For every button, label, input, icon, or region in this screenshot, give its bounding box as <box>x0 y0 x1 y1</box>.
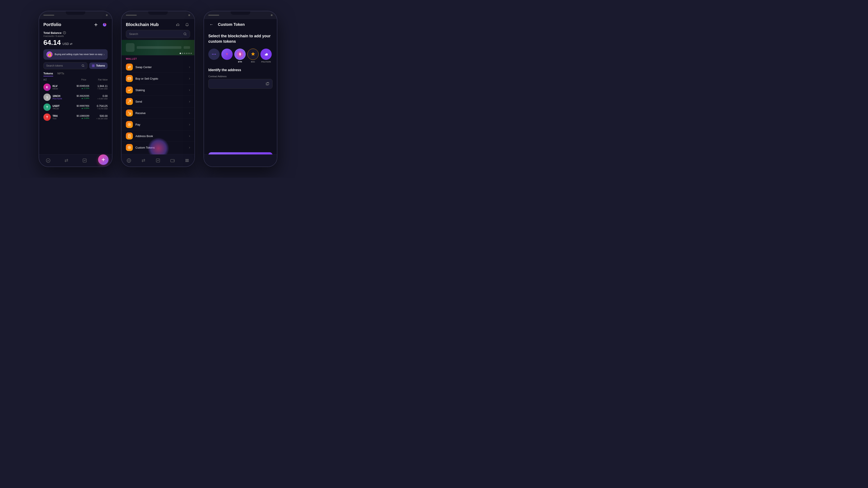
nav-chart[interactable] <box>82 158 87 163</box>
tab-nfts[interactable]: NFTs <box>58 72 64 76</box>
promo-text: Buying and selling crypto has never been… <box>55 53 102 56</box>
token-name: 1INCH <box>53 95 71 98</box>
token-name: KLV <box>53 85 71 88</box>
menu-icon-0 <box>126 64 133 70</box>
token-price: $0.10869289 ▲ 3.43% <box>71 115 89 119</box>
status-pill-3 <box>208 15 219 15</box>
dot-1 <box>180 53 181 54</box>
menu-icon-3 <box>126 98 133 105</box>
hub-search[interactable]: Search <box>126 30 190 38</box>
promo-banner[interactable]: 💰 Buying and selling crypto has never be… <box>43 49 107 60</box>
hub-carousel <box>122 40 194 56</box>
menu-item-pay[interactable]: Pay › <box>122 119 194 130</box>
menu-item-send[interactable]: Send › <box>122 96 194 107</box>
price-change: ▲ 2.71% <box>71 87 89 89</box>
headphone-icon[interactable] <box>175 22 181 28</box>
hub-title: Blockchain Hub <box>126 22 159 27</box>
hub-screen: Blockchain Hub Search <box>122 19 194 155</box>
bell-icon[interactable] <box>184 22 190 28</box>
status-bar <box>39 11 112 19</box>
nav-menu[interactable] <box>185 158 189 163</box>
svg-point-18 <box>215 54 216 55</box>
identify-title: Identify the address <box>208 68 273 72</box>
bottom-nav <box>39 155 112 167</box>
chain-item-bsc[interactable]: BSC <box>247 48 259 63</box>
promo-content: 💰 Buying and selling crypto has never be… <box>46 52 102 58</box>
token-row[interactable]: T USDT TRC20 $0.99997856 ▲ 0.03% 0.75412… <box>39 102 112 112</box>
notch <box>66 11 85 15</box>
phone-portfolio: Portfolio Total Balance <box>39 11 113 167</box>
price-usd: $0.00465436 <box>71 85 89 87</box>
back-button[interactable]: ← <box>208 22 214 28</box>
menu-icon-5 <box>126 121 133 128</box>
nav-globe-2[interactable] <box>126 158 131 163</box>
tokens-btn-label: Tokens <box>96 64 105 67</box>
menu-label: Address Book <box>135 134 189 138</box>
chain-icon-bsc <box>247 48 259 60</box>
dot-3 <box>184 53 185 54</box>
token-value: 1,944.11 ≈ 9.04 USD <box>89 85 107 90</box>
nav-chart-2[interactable] <box>156 158 160 163</box>
token-icon: 1 <box>43 94 51 101</box>
token-row[interactable]: 1 1INCH POLYGON $0.36626095 ▲ 2.24% 0.00… <box>39 92 112 102</box>
menu-label: Pay <box>135 123 189 126</box>
dot-6 <box>190 53 192 54</box>
blockchain-selector: R ETH <box>208 48 273 63</box>
nav-home[interactable] <box>46 158 51 163</box>
add-button[interactable] <box>93 22 99 28</box>
menu-item-custom-tokens[interactable]: Custom Tokens › <box>122 142 194 153</box>
token-search-input[interactable]: Search tokens <box>43 62 88 69</box>
price-usd: $0.10869289 <box>71 115 89 117</box>
svg-point-17 <box>214 54 214 55</box>
token-info: 1INCH POLYGON <box>53 95 71 100</box>
token-sub: TRC20 <box>53 107 71 110</box>
menu-arrow-icon: › <box>189 100 190 103</box>
nav-wallet-2[interactable] <box>170 158 175 163</box>
col-price: Price <box>65 78 86 81</box>
custom-token-content: Select the blockchain to add your custom… <box>204 30 277 149</box>
nav-swap-2[interactable] <box>141 158 146 163</box>
token-row[interactable]: K KLV Klever $0.00465436 ▲ 2.71% 1,944.1… <box>39 82 112 92</box>
menu-item-swap-center[interactable]: Swap Center › <box>122 61 194 73</box>
chain-item-prev[interactable]: R <box>221 48 232 63</box>
chain-item-dots[interactable] <box>208 48 220 63</box>
nav-swap[interactable] <box>64 158 69 163</box>
chain-item-polygon[interactable]: POLYGON <box>260 48 272 63</box>
balance-amount: 64.14 USD ⇄ <box>43 39 107 46</box>
menu-item-staking[interactable]: Staking › <box>122 85 194 96</box>
menu-label: Swap Center <box>135 65 189 69</box>
tokens-filter-button[interactable]: Tokens <box>89 62 107 69</box>
menu-item-buy-or-sell-crypto[interactable]: Buy or Sell Crypto › <box>122 73 194 85</box>
token-sub: Klever <box>53 88 71 90</box>
contract-address-input[interactable] <box>208 79 273 89</box>
search-bar: Search tokens Tokens <box>43 62 107 69</box>
token-info: KLV Klever <box>53 85 71 90</box>
hub-menu: Swap Center › Buy or Sell Crypto › Staki… <box>122 61 194 154</box>
fab-button[interactable] <box>98 155 108 165</box>
balance-currency: USD ⇄ <box>62 42 72 45</box>
dot-2 <box>182 53 183 54</box>
menu-icon-7 <box>126 144 133 151</box>
chain-item-eth[interactable]: ETH <box>235 48 246 63</box>
token-sub: Tron <box>53 118 71 120</box>
menu-arrow-icon: › <box>189 111 190 115</box>
status-pill-2 <box>126 15 137 15</box>
token-value: 0.754125 ≈ 0.75 USD <box>89 104 107 110</box>
value-usd: = 0.00 USD <box>89 98 107 100</box>
menu-icon-4 <box>126 109 133 117</box>
pie-chart-icon[interactable] <box>101 22 107 28</box>
token-info: USDT TRC20 <box>53 104 71 110</box>
value-amount: 1,944.11 <box>89 85 107 88</box>
token-row[interactable]: T TRX Tron $0.10869289 ▲ 3.43% 500.00 ≈ … <box>39 112 112 122</box>
tab-tokens[interactable]: Tokens <box>43 72 53 76</box>
col-fiat: Fiat Value <box>86 78 107 81</box>
menu-arrow-icon: › <box>189 123 190 126</box>
menu-label: Staking <box>135 89 189 92</box>
menu-icon-2 <box>126 87 133 94</box>
svg-rect-8 <box>128 77 131 79</box>
menu-item-receive[interactable]: Receive › <box>122 107 194 119</box>
menu-item-address-book[interactable]: Address Book › <box>122 130 194 142</box>
paste-icon[interactable] <box>266 82 269 86</box>
menu-arrow-icon: › <box>189 134 190 138</box>
dot-5 <box>188 53 190 54</box>
